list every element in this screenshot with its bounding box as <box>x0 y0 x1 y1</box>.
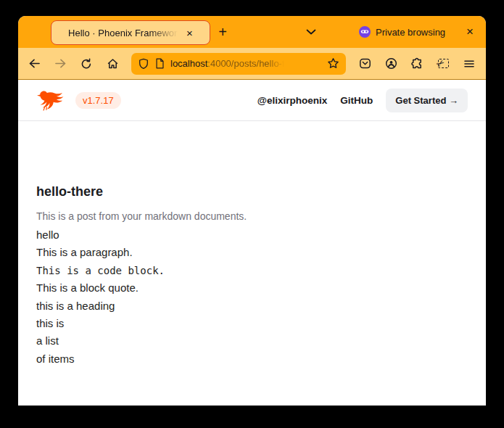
url-bar[interactable]: localhost:4000/posts/hello-t <box>131 53 346 75</box>
post-subtitle: This is a post from your markdown docume… <box>36 210 468 223</box>
tab-close-icon[interactable]: × <box>186 28 193 38</box>
post-paragraph: This is a paragraph. <box>36 244 468 261</box>
private-browsing-label: Private browsing <box>376 27 445 38</box>
get-started-button[interactable]: Get Started → <box>386 89 468 112</box>
page-content: v1.7.17 @elixirphoenix GitHub Get Starte… <box>18 80 486 406</box>
home-icon <box>107 57 119 70</box>
url-host: localhost <box>170 58 207 69</box>
tab-bar: Hello · Phoenix Framework × + Private br… <box>18 16 486 48</box>
post-line: hello <box>36 226 468 244</box>
url-path: :4000/posts/hello-t <box>207 58 284 69</box>
forward-arrow-icon <box>54 58 67 69</box>
page-info-icon <box>155 58 165 69</box>
forward-button[interactable] <box>50 54 70 74</box>
pocket-button[interactable] <box>355 54 375 74</box>
hamburger-icon <box>463 58 475 70</box>
site-header: v1.7.17 @elixirphoenix GitHub Get Starte… <box>18 80 486 121</box>
extensions-button[interactable] <box>407 54 427 74</box>
window-close-button[interactable]: × <box>460 22 480 42</box>
reload-icon <box>80 58 92 70</box>
post-title: hello-there <box>36 182 468 201</box>
github-link[interactable]: GitHub <box>340 95 373 106</box>
phoenix-logo[interactable] <box>36 89 67 112</box>
header-nav: @elixirphoenix GitHub Get Started → <box>257 89 468 112</box>
shield-icon <box>138 58 149 70</box>
back-button[interactable] <box>24 54 44 74</box>
browser-window: Hello · Phoenix Framework × + Private br… <box>18 16 486 406</box>
scissors-icon: ✂ <box>434 57 447 70</box>
browser-tab[interactable]: Hello · Phoenix Framework × <box>51 20 210 45</box>
star-icon <box>327 57 339 70</box>
post-block-quote: This is a block quote. <box>36 279 468 297</box>
screenshot-icon: ✂ <box>438 59 449 68</box>
back-arrow-icon <box>28 58 41 69</box>
reload-button[interactable] <box>76 54 96 74</box>
account-icon <box>385 57 397 70</box>
tab-title: Hello · Phoenix Framework <box>68 28 181 38</box>
chevron-down-icon <box>306 29 316 35</box>
puzzle-icon <box>411 57 424 70</box>
screenshot-button[interactable]: ✂ <box>433 54 453 74</box>
post-list-item: of items <box>36 350 468 368</box>
navigation-toolbar: localhost:4000/posts/hello-t ✂ <box>18 48 486 80</box>
menu-button[interactable] <box>459 54 479 74</box>
version-badge: v1.7.17 <box>75 92 121 109</box>
twitter-link[interactable]: @elixirphoenix <box>257 95 327 106</box>
home-button[interactable] <box>102 54 123 74</box>
post-body: hello This is a paragraph. This is a cod… <box>36 226 468 368</box>
list-tabs-button[interactable] <box>301 22 321 42</box>
post-heading: this is a heading <box>36 297 468 315</box>
article: hello-there This is a post from your mar… <box>18 121 486 368</box>
post-code-block: This is a code block. <box>36 262 468 279</box>
url-text[interactable]: localhost:4000/posts/hello-t <box>170 58 285 69</box>
post-list-item: this is <box>36 315 468 332</box>
post-list-item: a list <box>36 332 468 350</box>
bookmark-button[interactable] <box>327 57 339 70</box>
private-browsing-indicator: Private browsing <box>359 16 445 48</box>
pocket-icon <box>359 57 371 70</box>
private-mask-icon <box>359 26 371 38</box>
toolbar-right-icons: ✂ <box>355 54 479 74</box>
new-tab-button[interactable]: + <box>212 22 233 42</box>
account-button[interactable] <box>381 54 401 74</box>
desktop-background: Hello · Phoenix Framework × + Private br… <box>0 0 504 428</box>
